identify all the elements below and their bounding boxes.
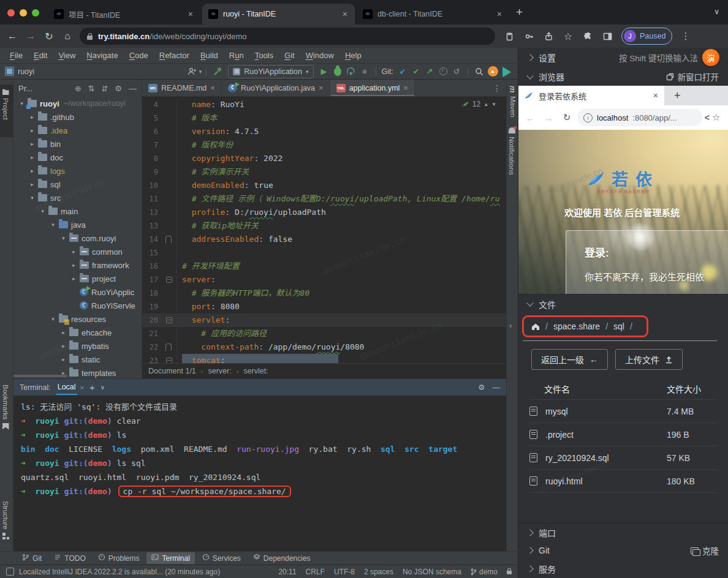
section-ports[interactable]: 端口	[518, 523, 728, 541]
tree-item-logs[interactable]: ▸logs	[13, 164, 142, 178]
toolstrip-bookmarks[interactable]: Bookmarks	[2, 385, 9, 430]
toolwindow-git[interactable]: Git	[17, 552, 47, 564]
share-icon[interactable]	[540, 28, 556, 44]
toolwindow-todo[interactable]: TODO	[49, 552, 90, 564]
editor-tab[interactable]: CRuoYiApplication.java×	[222, 80, 330, 96]
menu-view[interactable]: View	[53, 51, 81, 60]
extensions-icon[interactable]	[580, 28, 596, 44]
editor-tab[interactable]: MDREADME.md×	[142, 80, 222, 96]
undo-icon[interactable]: ↺	[450, 66, 463, 78]
tab-close-icon[interactable]: ×	[319, 83, 324, 92]
tab-close-icon[interactable]: ×	[341, 9, 349, 19]
toolwindow-terminal[interactable]: Terminal	[146, 552, 194, 564]
menu-edit[interactable]: Edit	[28, 51, 53, 60]
build-hammer-icon[interactable]	[211, 66, 224, 78]
tree-item-com-ruoyi[interactable]: ▾com.ruoyi	[13, 231, 142, 245]
fold-marker-icon[interactable]	[166, 358, 172, 363]
new-terminal-icon[interactable]: +	[89, 382, 95, 392]
toolstrip-project[interactable]: Project	[2, 88, 9, 120]
sidebar-toggle-icon[interactable]	[599, 28, 615, 44]
menu-git[interactable]: Git	[279, 51, 300, 60]
menu-window[interactable]: Window	[300, 51, 339, 60]
tree-item-ruoyiservle[interactable]: CRuoYiServle	[13, 299, 142, 312]
open-new-window-button[interactable]: 新窗口打开	[666, 70, 719, 83]
tree-item-ruoyi[interactable]: ▾ruoyi~/workspace/ruoyi	[13, 97, 142, 110]
address-bar[interactable]: try.titanide.cn/ide/web/coding/ruoyi/dem…	[80, 28, 495, 45]
chevron-closed-icon[interactable]: ▸	[59, 343, 68, 349]
embedded-address-bar[interactable]: i localhost:8080/app/...	[577, 109, 702, 126]
breadcrumb-sql[interactable]: sql	[613, 321, 624, 331]
code-area[interactable]: 4 name: RuoYi5 # 版本6 version: 4.7.57 # 版…	[142, 97, 506, 363]
section-settings[interactable]: 设置 按 Shift 键切换输入法 演	[518, 48, 728, 67]
status-item[interactable]: 20:11	[278, 568, 296, 576]
next-problem-icon[interactable]: ▼	[491, 102, 496, 107]
tree-item-resources[interactable]: ▾resources	[13, 312, 142, 326]
site-info-icon[interactable]: i	[583, 113, 593, 122]
chevron-closed-icon[interactable]: ▸	[59, 329, 68, 336]
titan-assistant-icon[interactable]	[499, 66, 513, 78]
browser-tab[interactable]: ‹t›ruoyi - TitanIDE×	[202, 4, 355, 24]
menu-navigate[interactable]: Navigate	[81, 51, 123, 60]
menu-file[interactable]: File	[4, 51, 28, 60]
clipboard-icon[interactable]	[501, 28, 517, 44]
project-chip[interactable]: ruoyi	[5, 67, 34, 76]
status-item[interactable]: CRLF	[306, 568, 325, 576]
file-row[interactable]: mysql7.4 MB	[529, 399, 717, 422]
file-row[interactable]: .project196 B	[529, 422, 717, 446]
embedded-forward-icon[interactable]: →	[540, 113, 556, 123]
go-up-button[interactable]: 返回上一级 ←	[531, 349, 608, 370]
tab-close-icon[interactable]: ×	[496, 9, 503, 19]
tree-item-bin[interactable]: ▸bin	[13, 137, 142, 151]
fold-marker-icon[interactable]	[166, 317, 172, 323]
tree-item--idea[interactable]: ▸.idea	[13, 124, 142, 137]
embedded-bookmark-icon[interactable]: ☆	[712, 112, 724, 123]
menu-build[interactable]: Build	[195, 51, 224, 60]
status-item[interactable]: 2 spaces	[364, 568, 393, 576]
tree-item-sql[interactable]: ▸sql	[13, 178, 142, 191]
embedded-new-tab-icon[interactable]: +	[674, 89, 681, 102]
chevron-open-icon[interactable]: ▾	[17, 100, 26, 107]
back-icon[interactable]: ←	[4, 28, 21, 45]
fold-region-icon[interactable]	[165, 236, 172, 243]
hide-panel-icon[interactable]: —	[129, 84, 137, 93]
window-controls[interactable]	[0, 9, 48, 24]
history-clock-icon[interactable]	[436, 66, 450, 78]
home-icon[interactable]	[531, 323, 540, 331]
chevron-closed-icon[interactable]: ▸	[28, 127, 37, 133]
editor-tabs-menu-icon[interactable]: ⋮	[488, 80, 506, 96]
terminal-settings-gear-icon[interactable]: ⚙	[478, 383, 485, 392]
status-item[interactable]: UTF-8	[334, 568, 355, 576]
chevron-open-icon[interactable]: ▾	[38, 208, 47, 214]
status-message[interactable]: Localized IntelliJ IDEA 2022.2.2 is avai…	[19, 568, 220, 576]
menu-run[interactable]: Run	[224, 51, 249, 60]
chevron-closed-icon[interactable]: ▸	[28, 141, 37, 147]
readonly-lock-icon[interactable]	[507, 571, 512, 574]
git-update-icon[interactable]: ↙	[396, 66, 409, 78]
minimize-window-icon[interactable]	[20, 9, 27, 17]
fold-marker-icon[interactable]	[166, 277, 172, 283]
browser-tab[interactable]: ‹t›项目 - TitanIDE×	[48, 4, 200, 24]
demo-badge[interactable]: 演	[702, 49, 719, 66]
bookmark-star-icon[interactable]: ☆	[560, 28, 576, 44]
close-window-icon[interactable]	[7, 9, 15, 17]
tab-close-icon[interactable]: ×	[187, 9, 194, 19]
tree-hscrollbar[interactable]	[13, 375, 67, 377]
locate-file-icon[interactable]: ⊕	[75, 84, 82, 93]
embedded-reload-icon[interactable]: ↻	[559, 112, 575, 123]
clone-button[interactable]: 克隆	[691, 544, 719, 557]
browser-tab[interactable]: ‹t›db-client - TitanIDE×	[357, 4, 509, 24]
menu-refactor[interactable]: Refactor	[154, 51, 195, 60]
tree-item-src[interactable]: ▾src	[13, 191, 142, 205]
run-button[interactable]: ▶	[317, 66, 331, 78]
file-row[interactable]: ruoyi.html180 KB	[529, 469, 717, 493]
terminal-minimize-icon[interactable]: —	[493, 383, 501, 392]
panel-settings-gear-icon[interactable]: ⚙	[115, 84, 122, 93]
tree-item-common[interactable]: ▸common	[13, 245, 142, 258]
chevron-closed-icon[interactable]: ▸	[59, 356, 68, 362]
tree-item-java[interactable]: ▾java	[13, 218, 142, 231]
chevron-closed-icon[interactable]: ▸	[69, 262, 78, 268]
new-tab-button[interactable]: +	[516, 6, 523, 19]
tree-item-framework[interactable]: ▸framework	[13, 258, 142, 272]
chrome-menu-icon[interactable]: ⋮	[681, 31, 690, 42]
collapse-all-icon[interactable]: ⇅	[101, 84, 108, 93]
